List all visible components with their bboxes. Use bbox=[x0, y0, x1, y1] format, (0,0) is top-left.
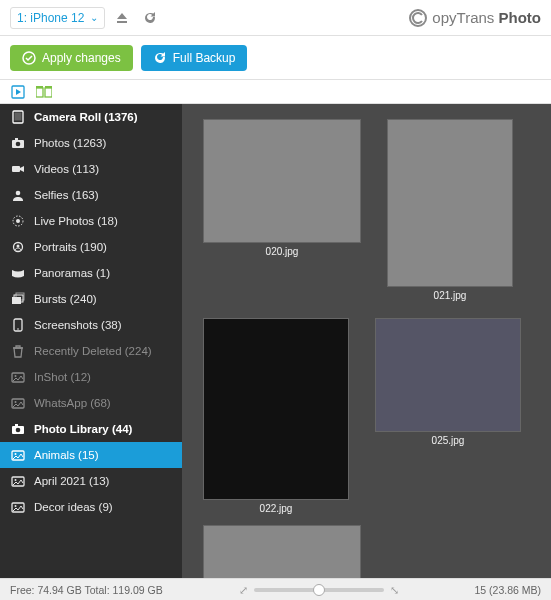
sidebar-item-label: Portraits (190) bbox=[34, 241, 107, 253]
trash-icon bbox=[10, 343, 26, 359]
sidebar-item-label: Live Photos (18) bbox=[34, 215, 118, 227]
app-root: 1: iPhone 12 ⌄ opyTrans Photo Apply chan… bbox=[0, 0, 551, 600]
brand-mark-icon bbox=[408, 8, 428, 28]
sidebar-item-camera-roll[interactable]: Camera Roll (1376) bbox=[0, 104, 182, 130]
svg-point-31 bbox=[15, 453, 17, 455]
video-icon bbox=[10, 161, 26, 177]
sidebar-item-photos[interactable]: Photos (1263) bbox=[0, 130, 182, 156]
sidebar-item-april-2021[interactable]: April 2021 (13) bbox=[0, 468, 182, 494]
sidebar-item-live-photos[interactable]: Live Photos (18) bbox=[0, 208, 182, 234]
sidebar-item-label: Panoramas (1) bbox=[34, 267, 110, 279]
sidebar-item-label: Photo Library (44) bbox=[34, 423, 132, 435]
eject-button[interactable] bbox=[111, 7, 133, 29]
brand-logo: opyTrans Photo bbox=[408, 8, 541, 28]
sidebar-item-label: Decor ideas (9) bbox=[34, 501, 113, 513]
sidebar-item-whatsapp[interactable]: WhatsApp (68) bbox=[0, 390, 182, 416]
thumbnail-caption: 022.jpg bbox=[260, 503, 293, 514]
brand-text-2: Photo bbox=[494, 9, 541, 26]
album-icon bbox=[10, 369, 26, 385]
sidebar-item-decor-ideas[interactable]: Decor ideas (9) bbox=[0, 494, 182, 520]
svg-rect-5 bbox=[36, 86, 43, 88]
svg-point-33 bbox=[15, 479, 17, 481]
album-icon bbox=[10, 499, 26, 515]
thumbnail-panel: 020.jpg021.jpg022.jpg025.jpg bbox=[182, 104, 551, 578]
svg-rect-11 bbox=[15, 138, 18, 140]
thumbnail[interactable]: 022.jpg bbox=[204, 319, 348, 514]
thumbnail-caption: 020.jpg bbox=[266, 246, 299, 257]
svg-point-28 bbox=[16, 428, 21, 433]
sidebar-item-selfies[interactable]: Selfies (163) bbox=[0, 182, 182, 208]
svg-point-10 bbox=[16, 142, 21, 147]
sidebar-item-label: WhatsApp (68) bbox=[34, 397, 111, 409]
sidebar-item-portraits[interactable]: Portraits (190) bbox=[0, 234, 182, 260]
check-icon bbox=[22, 51, 36, 65]
sidebar-item-panoramas[interactable]: Panoramas (1) bbox=[0, 260, 182, 286]
camera-icon bbox=[10, 135, 26, 151]
selection-status: 15 (23.86 MB) bbox=[474, 584, 541, 596]
sidebar-item-recently-deleted[interactable]: Recently Deleted (224) bbox=[0, 338, 182, 364]
apply-changes-button[interactable]: Apply changes bbox=[10, 45, 133, 71]
thumbnail-grid: 020.jpg021.jpg022.jpg025.jpg bbox=[182, 104, 551, 578]
svg-point-14 bbox=[16, 219, 20, 223]
play-mode-button[interactable] bbox=[10, 84, 26, 100]
burst-icon bbox=[10, 291, 26, 307]
album-icon bbox=[10, 473, 26, 489]
chevron-down-icon: ⌄ bbox=[90, 12, 98, 23]
album-icon bbox=[10, 447, 26, 463]
thumbnail-image bbox=[376, 319, 520, 431]
svg-point-17 bbox=[17, 245, 20, 248]
sidebar-item-animals[interactable]: Animals (15) bbox=[0, 442, 182, 468]
zoom-knob[interactable] bbox=[313, 584, 325, 596]
sidebar-item-screenshots[interactable]: Screenshots (38) bbox=[0, 312, 182, 338]
svg-point-22 bbox=[17, 328, 19, 330]
zoom-slider-wrap: ⤢ ⤡ bbox=[163, 584, 475, 596]
sidebar-item-inshot[interactable]: InShot (12) bbox=[0, 364, 182, 390]
sidebar: Camera Roll (1376)Photos (1263)Videos (1… bbox=[0, 104, 182, 578]
device-label: 1: iPhone 12 bbox=[17, 11, 84, 25]
svg-rect-29 bbox=[15, 424, 18, 426]
svg-point-24 bbox=[15, 375, 17, 377]
refresh-button[interactable] bbox=[139, 7, 161, 29]
backup-label: Full Backup bbox=[173, 51, 236, 65]
sidebar-item-videos[interactable]: Videos (113) bbox=[0, 156, 182, 182]
zoom-slider[interactable] bbox=[254, 588, 384, 592]
thumbnail[interactable]: 021.jpg bbox=[388, 120, 512, 301]
thumbnail-image bbox=[204, 526, 360, 578]
svg-point-35 bbox=[15, 505, 17, 507]
sidebar-item-label: Photos (1263) bbox=[34, 137, 106, 149]
album-icon bbox=[10, 395, 26, 411]
expand-right-icon[interactable]: ⤡ bbox=[390, 584, 399, 596]
sidebar-item-label: Camera Roll (1376) bbox=[34, 111, 138, 123]
sidebar-item-bursts[interactable]: Bursts (240) bbox=[0, 286, 182, 312]
full-backup-button[interactable]: Full Backup bbox=[141, 45, 248, 71]
live-icon bbox=[10, 213, 26, 229]
device-controls: 1: iPhone 12 ⌄ bbox=[10, 7, 161, 29]
portrait-icon bbox=[10, 239, 26, 255]
screen-icon bbox=[10, 317, 26, 333]
backup-icon bbox=[153, 51, 167, 65]
sidebar-item-label: Videos (113) bbox=[34, 163, 99, 175]
album-mode-button[interactable] bbox=[36, 84, 52, 100]
sidebar-item-label: Selfies (163) bbox=[34, 189, 99, 201]
brand-text-1: opyTrans bbox=[432, 9, 494, 26]
sidebar-item-label: April 2021 (13) bbox=[34, 475, 109, 487]
sidebar-item-photo-library[interactable]: Photo Library (44) bbox=[0, 416, 182, 442]
toolbar-top: 1: iPhone 12 ⌄ opyTrans Photo bbox=[0, 0, 551, 36]
sidebar-item-label: Bursts (240) bbox=[34, 293, 97, 305]
svg-rect-8 bbox=[15, 113, 22, 121]
sidebar-item-label: InShot (12) bbox=[34, 371, 91, 383]
thumbnail-caption: 025.jpg bbox=[432, 435, 465, 446]
apply-label: Apply changes bbox=[42, 51, 121, 65]
svg-point-13 bbox=[16, 191, 21, 196]
expand-left-icon[interactable]: ⤢ bbox=[239, 584, 248, 596]
device-icon bbox=[10, 109, 26, 125]
pano-icon bbox=[10, 265, 26, 281]
storage-status: Free: 74.94 GB Total: 119.09 GB bbox=[10, 584, 163, 596]
svg-point-26 bbox=[15, 401, 17, 403]
device-selector[interactable]: 1: iPhone 12 ⌄ bbox=[10, 7, 105, 29]
status-bar: Free: 74.94 GB Total: 119.09 GB ⤢ ⤡ 15 (… bbox=[0, 578, 551, 600]
thumbnail[interactable]: 025.jpg bbox=[376, 319, 520, 446]
sidebar-item-label: Animals (15) bbox=[34, 449, 99, 461]
thumbnail[interactable]: 020.jpg bbox=[204, 120, 360, 257]
thumbnail[interactable] bbox=[204, 532, 360, 578]
